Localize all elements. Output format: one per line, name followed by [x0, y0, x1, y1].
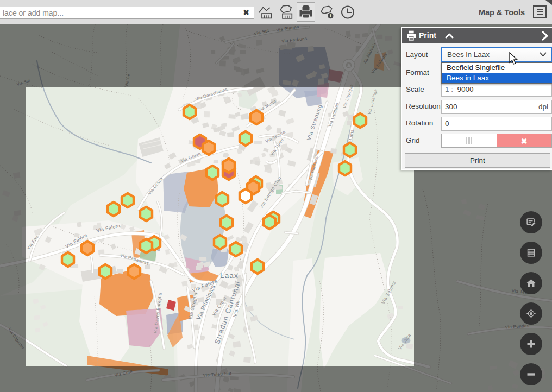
svg-text:Laax: Laax [220, 271, 239, 280]
